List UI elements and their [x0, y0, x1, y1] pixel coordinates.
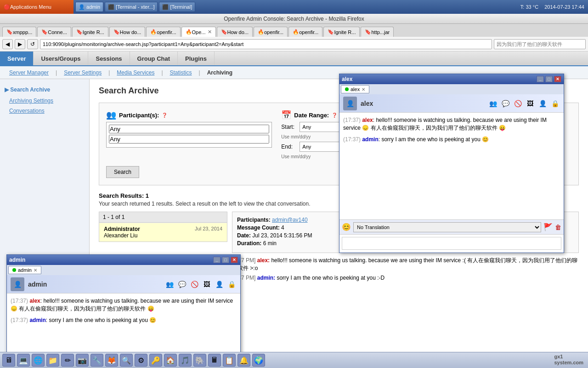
nav-server[interactable]: Server [0, 52, 34, 65]
bottom-icon-monitor[interactable]: 🖥 [2, 354, 15, 367]
participants-help-icon[interactable]: ❓ [162, 113, 167, 118]
address-bar[interactable] [40, 39, 492, 49]
bottom-icon-bell[interactable]: 🔔 [237, 354, 250, 367]
im-clear-btn[interactable]: 🗑 [555, 224, 561, 231]
im-translate-select[interactable]: No Translation English Chinese [353, 222, 541, 232]
conv-msgcount-label: Message Count: [237, 224, 280, 231]
tab-jar[interactable]: 🔖http...jar [361, 27, 394, 37]
date-help-icon[interactable]: ❓ [332, 113, 337, 118]
im-admin-buddy-icon[interactable]: 👥 [164, 279, 175, 289]
taskbar-btn-terminal1[interactable]: ⬛ [Terminal - xter...] [105, 2, 158, 12]
search-button[interactable]: Search [106, 166, 139, 178]
tab-close-btn[interactable]: ✕ [208, 29, 212, 35]
tab-xmppp[interactable]: 🔖xmppp... [2, 27, 36, 37]
im-online-dot [345, 87, 349, 91]
sidebar-archiving-settings[interactable]: Archiving Settings [0, 96, 89, 106]
tab-openfir3[interactable]: 🔥openfir... [288, 27, 322, 37]
bottom-icon-world[interactable]: 🌍 [252, 354, 265, 367]
bottom-icon-search[interactable]: 🔍 [120, 354, 133, 367]
im-alex-toolbar: 👥 💬 🚫 🖼 👤 🔒 [488, 98, 560, 109]
sub-statistics[interactable]: Statistics [165, 68, 197, 78]
im-msg-time-alex-1: (17:37) [343, 136, 361, 143]
bottom-icon-terminal[interactable]: 💻 [17, 354, 30, 367]
tab-conne[interactable]: 🔖Conne... [37, 27, 71, 37]
calendar-icon: 📅 [281, 110, 291, 120]
bottom-icon-settings[interactable]: 🔧 [90, 354, 103, 367]
participant1-input[interactable] [109, 125, 269, 133]
tab-howdo1[interactable]: 🔖How do... [109, 27, 145, 37]
tab-openfir2[interactable]: 🔥openfir... [254, 27, 288, 37]
table-row[interactable]: Administrator Alexander Liu Jul 23, 2014 [99, 223, 227, 242]
im-block-icon[interactable]: 🚫 [513, 98, 523, 109]
im-photo-icon[interactable]: 🖼 [525, 98, 535, 109]
tab-ignite1[interactable]: 🔖Ignite R... [72, 27, 108, 37]
bottom-icon-music[interactable]: 🎵 [179, 354, 192, 367]
im-alex-message-input[interactable] [342, 237, 561, 250]
bottom-icon-edit[interactable]: ✏ [61, 354, 74, 367]
tab-openfir1[interactable]: 🔥openfir... [146, 27, 180, 37]
im-chat-icon[interactable]: 💬 [500, 98, 510, 109]
sidebar-conversations[interactable]: Conversations [0, 106, 89, 116]
sub-archiving[interactable]: Archiving [203, 68, 237, 78]
im-admin-tab[interactable]: admin ✕ [8, 266, 41, 274]
conv-participants-value[interactable]: admin@av140 [272, 217, 308, 223]
im-admin-titlebar: admin _ □ ✕ [7, 255, 240, 265]
nav-users-groups[interactable]: Users/Groups [34, 52, 88, 65]
im-admin-tab-close[interactable]: ✕ [34, 268, 37, 273]
sub-media-services[interactable]: Media Services [112, 68, 159, 78]
im-admin-block-icon[interactable]: 🚫 [189, 279, 199, 289]
nav-plugins[interactable]: Plugins [178, 52, 215, 65]
im-admin-chat-icon[interactable]: 💬 [177, 279, 187, 289]
bottom-icon-firefox[interactable]: 🦊 [105, 354, 118, 367]
forward-button[interactable]: ▶ [15, 39, 25, 49]
im-admin-profile-icon[interactable]: 👤 [214, 279, 224, 289]
im-admin-photo-icon[interactable]: 🖼 [202, 279, 212, 289]
bottom-icon-calc[interactable]: 🖩 [208, 354, 221, 367]
nav-group-chat[interactable]: Group Chat [130, 52, 178, 65]
bottom-icon-home[interactable]: 🏠 [164, 354, 177, 367]
im-admin-chat-area: (17:37) alex: hello!!! someone is watchi… [7, 293, 240, 355]
taskbar-btn-admin[interactable]: 👤 admin [75, 2, 103, 12]
im-msg-text-alex-0: hello!!! someone is watching us talking.… [343, 117, 547, 131]
im-admin-lock-icon[interactable]: 🔒 [226, 279, 237, 289]
applications-menu[interactable]: 🔴 Applications Menu [0, 0, 74, 14]
im-admin-close-btn[interactable]: ✕ [231, 257, 238, 263]
im-profile-icon[interactable]: 👤 [537, 98, 548, 109]
bottom-icon-browser[interactable]: 🌐 [32, 354, 45, 367]
im-flag-icon[interactable]: 🚩 [543, 223, 553, 231]
msg-sender-1: admin: [257, 275, 275, 281]
sub-server-settings[interactable]: Server Settings [59, 68, 106, 78]
bottom-icon-clipboard[interactable]: 📋 [223, 354, 236, 367]
bottom-icon-gear[interactable]: ⚙ [135, 354, 147, 367]
tab-howdo2[interactable]: 🔖How do... [217, 27, 253, 37]
sidebar-search-archive[interactable]: ▶ Search Archive [0, 84, 89, 96]
im-smiley-btn[interactable]: 😊 [342, 223, 351, 231]
date-range-label: Date Range: [294, 112, 329, 119]
im-alex-tab-close[interactable]: ✕ [362, 87, 365, 92]
participant2-input[interactable] [109, 135, 269, 144]
im-alex-chat-area: (17:37) alex: hello!!! someone is watchi… [339, 113, 564, 219]
bottom-icon-photo[interactable]: 📷 [76, 354, 89, 367]
im-buddy-icon[interactable]: 👥 [488, 98, 498, 109]
tab-ope-active[interactable]: 🔥Ope... ✕ [181, 27, 216, 37]
back-button[interactable]: ◀ [2, 39, 13, 49]
im-admin-maximize-btn[interactable]: □ [222, 257, 229, 263]
sub-server-manager[interactable]: Server Manager [5, 68, 53, 78]
bottom-icon-db[interactable]: 🐘 [193, 354, 206, 367]
im-admin-minimize-btn[interactable]: _ [213, 257, 220, 263]
tab-ignite2[interactable]: 🔖Ignite R... [323, 27, 360, 37]
taskbar-btn-terminal2[interactable]: ⬛ [Terminal] [159, 2, 195, 12]
search-bar[interactable] [494, 39, 586, 49]
im-alex-minimize-btn[interactable]: _ [537, 76, 544, 82]
bottom-icon-files[interactable]: 📁 [46, 354, 59, 367]
refresh-button[interactable]: ↺ [27, 39, 38, 49]
im-alex-close-btn[interactable]: ✕ [554, 76, 561, 82]
bottom-icon-key[interactable]: 🔑 [149, 354, 162, 367]
im-alex-tab[interactable]: alex ✕ [341, 85, 369, 93]
im-lock-icon[interactable]: 🔒 [550, 98, 560, 109]
results-table: 1 - 1 of 1 Administrator Alexander Liu J… [99, 212, 227, 242]
im-alex-maximize-btn[interactable]: □ [545, 76, 553, 82]
nav-sessions[interactable]: Sessions [88, 52, 130, 65]
tab-favicon-openfir2: 🔥 [258, 29, 264, 35]
im-alex-username: alex [361, 100, 484, 107]
